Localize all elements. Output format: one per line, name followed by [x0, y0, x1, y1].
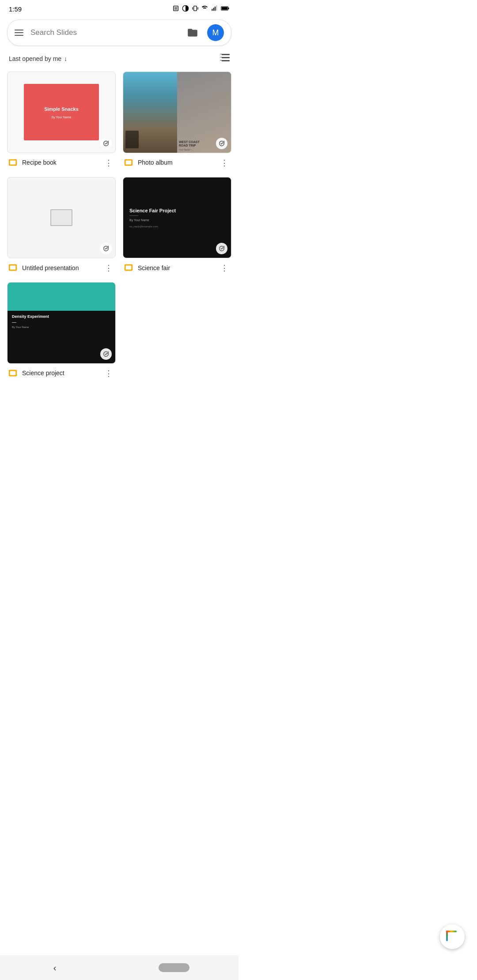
folder-button[interactable]: [185, 26, 200, 39]
sync-badge-untitled: [100, 243, 112, 254]
untitled-presentation-title: Untitled presentation: [22, 264, 98, 272]
slides-icon-recipe: [8, 158, 18, 168]
card-photo-album: WEST COASTROAD TRIP Your Name • ... Phot…: [123, 72, 231, 170]
svg-rect-22: [10, 266, 16, 270]
thumbnail-science-fair[interactable]: Science Fair Project By Your Name no_rep…: [123, 177, 231, 259]
sync-badge-recipe: [100, 138, 112, 149]
svg-rect-4: [212, 9, 212, 11]
science-fair-inner-title: Science Fair Project: [129, 207, 225, 214]
vibrate-icon: [192, 5, 199, 13]
menu-button[interactable]: [15, 30, 23, 36]
road-trip-text: WEST COASTROAD TRIP: [179, 140, 229, 148]
sort-bar: Last opened by me ↓: [0, 51, 238, 68]
science-fair-inner-sub: By Your Name: [129, 219, 225, 222]
svg-rect-10: [228, 8, 229, 9]
card-untitled: Untitled presentation ⋮: [7, 177, 116, 275]
svg-rect-3: [194, 6, 197, 11]
svg-rect-14: [220, 54, 222, 55]
card-label-science-project: Science project ⋮: [7, 364, 116, 381]
notification-icon: [172, 5, 179, 13]
more-button-science-fair[interactable]: ⋮: [218, 262, 231, 274]
thumbnail-photo-album[interactable]: WEST COASTROAD TRIP Your Name • ...: [123, 72, 231, 153]
slides-icon-photo: [124, 158, 133, 168]
svg-rect-5: [213, 8, 214, 11]
thumbnail-science-project[interactable]: Density Experiment — By Your Name: [7, 282, 116, 364]
svg-rect-26: [10, 371, 16, 375]
sync-badge-science-fair: [216, 243, 227, 254]
svg-rect-20: [126, 160, 132, 164]
card-science-fair: Science Fair Project By Your Name no_rep…: [123, 177, 231, 275]
user-avatar[interactable]: M: [207, 24, 224, 41]
card-label-untitled: Untitled presentation ⋮: [7, 258, 116, 275]
more-button-recipe[interactable]: ⋮: [102, 157, 115, 169]
svg-rect-16: [220, 60, 222, 61]
svg-rect-15: [220, 57, 222, 58]
card-label-recipe-book: Recipe book ⋮: [7, 153, 116, 170]
list-view-button[interactable]: [220, 54, 230, 64]
density-inner-title: Density Experiment: [12, 314, 111, 319]
thumbnail-recipe-book[interactable]: Simple Snacks By Your Name: [7, 72, 116, 153]
slides-icon-untitled: [8, 263, 18, 273]
recipe-inner-subtitle: By Your Name: [52, 116, 72, 119]
status-time: 1:59: [9, 5, 22, 13]
search-placeholder: Search Slides: [30, 28, 178, 37]
svg-rect-18: [10, 160, 16, 164]
recipe-book-title: Recipe book: [22, 158, 98, 166]
slides-icon-science-fair: [124, 263, 133, 273]
science-fair-title: Science fair: [138, 264, 214, 272]
road-trip-sub: Your Name • ...: [179, 148, 229, 151]
signal-icon: [211, 5, 218, 13]
more-button-untitled[interactable]: ⋮: [102, 262, 115, 274]
slide-placeholder-icon: [50, 209, 72, 226]
card-science-project: Density Experiment — By Your Name Scienc…: [7, 282, 116, 381]
more-button-science-project[interactable]: ⋮: [102, 367, 115, 380]
thumbnail-untitled[interactable]: [7, 177, 116, 259]
app-icon-1: [182, 5, 189, 13]
card-label-science-fair: Science fair ⋮: [123, 258, 231, 275]
sort-button[interactable]: Last opened by me ↓: [9, 55, 67, 62]
wifi-icon: [201, 5, 208, 13]
search-bar[interactable]: Search Slides M: [7, 19, 231, 46]
status-icons: [172, 5, 230, 13]
status-bar: 1:59: [0, 0, 238, 16]
sort-arrow-icon: ↓: [64, 55, 67, 62]
svg-rect-1: [174, 7, 178, 10]
photo-album-title: Photo album: [138, 158, 214, 166]
density-inner-sub: By Your Name: [12, 326, 111, 328]
svg-rect-9: [222, 7, 228, 9]
slides-icon-science-project: [8, 369, 18, 378]
recipe-inner-title: Simple Snacks: [44, 106, 79, 112]
science-project-title: Science project: [22, 369, 98, 377]
card-recipe-book: Simple Snacks By Your Name Recipe book ⋮: [7, 72, 116, 170]
svg-rect-24: [126, 266, 132, 270]
sort-label-text: Last opened by me: [9, 55, 61, 62]
science-fair-inner-email: no_reply@example.com: [129, 225, 225, 228]
battery-icon: [221, 5, 230, 13]
more-button-photo[interactable]: ⋮: [218, 157, 231, 169]
card-label-photo-album: Photo album ⋮: [123, 153, 231, 170]
presentations-grid: Simple Snacks By Your Name Recipe book ⋮: [0, 68, 238, 384]
svg-rect-6: [215, 7, 216, 11]
sync-badge-science-project: [100, 348, 112, 360]
svg-rect-7: [216, 5, 217, 11]
